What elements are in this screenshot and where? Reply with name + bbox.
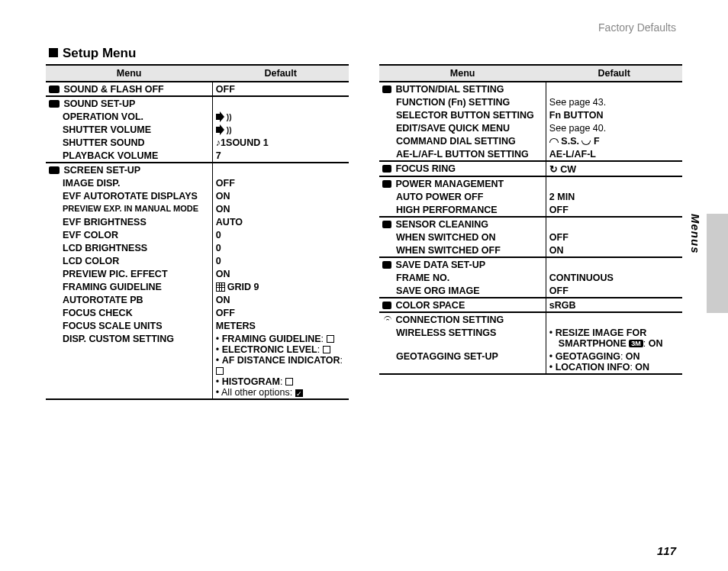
table-row: FOCUS SCALE UNITSMETERS <box>46 319 349 332</box>
menu-icon <box>382 165 391 173</box>
col-header-menu: Menu <box>46 65 212 82</box>
setup-table-left: Menu Default SOUND & FLASH OFF OFF SOUND… <box>46 64 349 400</box>
speaker-icon <box>216 112 228 121</box>
row-wireless: WIRELESS SETTINGS RESIZE IMAGE FOR SMART… <box>379 326 682 350</box>
table-row: AUTOROTATE PBON <box>46 293 349 306</box>
table-row: EVF BRIGHTNESSAUTO <box>46 215 349 228</box>
checkbox-checked-icon: ✓ <box>295 389 303 397</box>
checkbox-empty-icon <box>285 378 293 386</box>
table-row: HIGH PERFORMANCEOFF <box>379 203 682 217</box>
row-sound-flash-off: SOUND & FLASH OFF OFF <box>46 82 349 96</box>
right-column: Menu Default BUTTON/DIAL SETTING FUNCTIO… <box>379 64 682 400</box>
col-header-menu: Menu <box>379 65 546 82</box>
row-sensor-clean: SENSOR CLEANING <box>379 217 682 231</box>
row-focus-ring: FOCUS RING↻ CW <box>379 161 682 176</box>
breadcrumb: Factory Defaults <box>598 21 676 34</box>
checkbox-empty-icon <box>216 367 224 375</box>
table-row: WHEN SWITCHED ONOFF <box>379 231 682 244</box>
table-row: AE-L/AF-L BUTTON SETTINGAE-L/AF-L <box>379 147 682 161</box>
table-row: IMAGE DISP.OFF <box>46 176 349 189</box>
table-row: LCD COLOR0 <box>46 254 349 267</box>
section-title-setup-menu: Setup Menu <box>49 46 682 61</box>
table-row: EVF AUTOROTATE DISPLAYSON <box>46 189 349 202</box>
menu-icon <box>382 85 391 93</box>
menu-icon <box>382 261 391 269</box>
checkbox-empty-icon <box>327 335 334 343</box>
row-framing-guideline: FRAMING GUIDELINEGRID 9 <box>46 280 349 293</box>
row-shutter-volume: SHUTTER VOLUME )) <box>46 123 349 136</box>
menu-icon <box>382 302 391 309</box>
speaker-icon <box>216 125 228 134</box>
table-row: PREVIEW EXP. IN MANUAL MODEON <box>46 202 349 215</box>
row-shutter-sound: SHUTTER SOUND ♪1SOUND 1 <box>46 136 349 149</box>
table-row: EDIT/SAVE QUICK MENUSee page 40. <box>379 121 682 134</box>
row-connection: CONNECTION SETTING <box>379 312 682 326</box>
row-operation-vol: OPERATION VOL. )) <box>46 110 349 123</box>
row-button-dial: BUTTON/DIAL SETTING <box>379 82 682 95</box>
table-row: FOCUS CHECKOFF <box>46 306 349 319</box>
menu-icon <box>382 221 391 228</box>
row-color-space: COLOR SPACEsRGB <box>379 298 682 312</box>
table-row: SAVE ORG IMAGEOFF <box>379 284 682 298</box>
row-power-mgmt: POWER MANAGEMENT <box>379 176 682 190</box>
table-row: FUNCTION (Fn) SETTINGSee page 43. <box>379 95 682 108</box>
page-number: 117 <box>657 544 676 557</box>
size-3m-icon: 3M <box>629 340 643 347</box>
row-sound-setup: SOUND SET-UP <box>46 96 349 110</box>
side-thumb-tab <box>707 214 728 313</box>
menu-icon <box>382 180 391 188</box>
row-command-dial: COMMAND DIAL SETTING S.S. F <box>379 134 682 147</box>
front-dial-icon <box>549 138 559 143</box>
row-playback-volume: PLAYBACK VOLUME 7 <box>46 149 349 163</box>
row-disp-custom: DISP. CUSTOM SETTING FRAMING GUIDELINE: … <box>46 332 349 399</box>
setup-table-right: Menu Default BUTTON/DIAL SETTING FUNCTIO… <box>379 64 682 375</box>
table-row: AUTO POWER OFF2 MIN <box>379 190 682 203</box>
rotate-cw-icon: ↻ <box>549 163 558 175</box>
menu-icon <box>49 85 60 93</box>
table-row: PREVIEW PIC. EFFECTON <box>46 267 349 280</box>
checkbox-empty-icon <box>323 346 330 353</box>
grid-icon <box>216 282 225 292</box>
table-row: SELECTOR BUTTON SETTINGFn BUTTON <box>379 108 682 121</box>
row-screen-setup: SCREEN SET-UP <box>46 163 349 176</box>
menu-icon <box>49 166 60 174</box>
row-save-data: SAVE DATA SET-UP <box>379 257 682 271</box>
col-header-default: Default <box>546 65 682 82</box>
table-row: FRAME NO.CONTINUOUS <box>379 271 682 284</box>
table-row: LCD BRIGHTNESS0 <box>46 241 349 254</box>
col-header-default: Default <box>212 65 349 82</box>
wifi-icon <box>382 316 393 324</box>
row-geotag: GEOTAGGING SET-UP GEOTAGGING: ON LOCATIO… <box>379 350 682 374</box>
side-section-label: Menus <box>689 214 702 254</box>
table-row: EVF COLOR0 <box>46 228 349 241</box>
left-column: Menu Default SOUND & FLASH OFF OFF SOUND… <box>46 64 349 400</box>
table-row: WHEN SWITCHED OFFON <box>379 244 682 257</box>
rear-dial-icon <box>581 140 591 145</box>
menu-icon <box>49 100 60 108</box>
